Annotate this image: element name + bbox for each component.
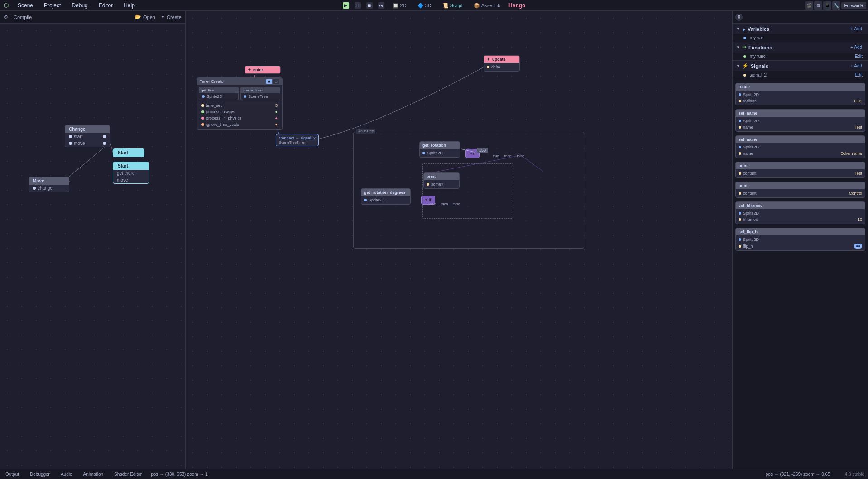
rotate-node-preview[interactable]: rotate Sprite2D radians 0.01	[735, 83, 865, 105]
create-timer-scene-tree: SceneTree	[241, 93, 280, 100]
get-line-sprite-dot	[202, 95, 205, 98]
signals-header[interactable]: ▼ ⚡ Signals + Add	[733, 61, 868, 71]
remote-debug-button[interactable]: 🖥	[814, 1, 822, 10]
change-state-node[interactable]: Change start move	[65, 125, 110, 147]
tab-animation[interactable]: Animation	[82, 471, 105, 478]
get-rotation-degrees-sprite: Sprite2D	[361, 197, 410, 203]
start-node-inner[interactable]: Start get there move	[113, 162, 149, 184]
functions-header[interactable]: ▼ ⇒ Functions + Add	[733, 42, 868, 53]
signals-section: ▼ ⚡ Signals + Add signal_2 Edit	[733, 61, 868, 79]
change-port-dot	[33, 187, 36, 190]
set-name-preview[interactable]: set_name Sprite2D name Test	[735, 109, 865, 132]
menu-help[interactable]: Help	[122, 1, 137, 10]
renderer-button[interactable]: 🔧	[832, 1, 840, 10]
toggle-on[interactable]: ◼	[266, 79, 272, 84]
compile-bar: ⚙ Compile 📂 Open ✦ Create	[0, 11, 185, 24]
signals-add-button[interactable]: + Add	[848, 63, 864, 69]
get-rotation-degrees-dot	[364, 199, 367, 201]
set-flip-h-preview[interactable]: set_flip_h Sprite2D flip_h ●●	[735, 228, 865, 251]
menu-editor[interactable]: Editor	[97, 1, 115, 10]
menu-scene[interactable]: Scene	[16, 1, 35, 10]
enter-node[interactable]: ✦ enter	[245, 66, 281, 74]
process-always-port: process_always ●	[199, 109, 280, 115]
create-timer-label: create_timer	[241, 87, 280, 93]
functions-chevron: ▼	[736, 45, 740, 49]
debug-skip-button[interactable]: ⏭	[378, 2, 384, 9]
if-branches-1: true then false	[493, 154, 524, 158]
tab-debugger[interactable]: Debugger	[28, 471, 52, 478]
timer-creator-node[interactable]: Timer Creator ◼ ◻ get_line Sprite2D	[197, 77, 283, 130]
functions-label: Functions	[748, 45, 772, 50]
mode-2d-button[interactable]: 🔲 2D	[390, 2, 409, 10]
connect-signal-node[interactable]: Connect → signal_2 SceneTreeTimer	[276, 134, 319, 146]
move-port-dot	[69, 142, 72, 145]
my-func-edit-button[interactable]: Edit	[855, 54, 863, 59]
mode-3d-button[interactable]: 🔷 3D	[415, 2, 434, 10]
assetlib-icon: 📦	[474, 3, 480, 9]
get-line-label: get_line	[199, 87, 238, 93]
open-icon: 📂	[135, 14, 141, 20]
signal-2-edit-button[interactable]: Edit	[855, 72, 863, 77]
center-canvas[interactable]: ✦ enter Timer Creator ◼ ◻ get_line Spr	[186, 11, 732, 469]
get-rotation-degrees-node[interactable]: get_rotation_degrees Sprite2D	[361, 188, 411, 205]
if-val-1: 150	[477, 148, 488, 153]
print-2-preview[interactable]: print content Test	[735, 162, 865, 178]
print-1-dot	[427, 183, 429, 186]
function-item-my-func[interactable]: my func Edit	[733, 53, 868, 60]
my-func-dot	[743, 55, 746, 58]
left-canvas[interactable]: Change start move Start Start	[0, 24, 185, 469]
compile-button[interactable]: Compile	[14, 14, 32, 20]
play-button[interactable]: ▶	[343, 2, 349, 9]
get-rotation-node[interactable]: get_rotation Sprite2D	[419, 141, 460, 158]
move-state-node[interactable]: Move change	[29, 177, 69, 192]
ignore-time-scale-dot	[201, 123, 204, 126]
toggle-off[interactable]: ◻	[273, 79, 279, 84]
start-node-outer[interactable]: Start	[113, 148, 144, 157]
variable-item-my-var[interactable]: my var	[733, 34, 868, 42]
variables-label: Variables	[748, 26, 769, 32]
enter-icon: ✦	[248, 67, 251, 72]
print-3-preview[interactable]: print content Control	[735, 182, 865, 198]
stop-button[interactable]: ⏹	[366, 2, 373, 9]
signal-2-dot	[743, 74, 746, 77]
timer-toggle[interactable]: ◼ ◻	[266, 79, 279, 84]
app-logo: ⬡	[4, 2, 9, 9]
update-icon: ✦	[487, 57, 490, 62]
menu-debug[interactable]: Debug	[70, 1, 89, 10]
variables-icon: ⬥	[742, 26, 745, 32]
set-hframes-preview[interactable]: set_hframes Sprite2D hframes 10	[735, 201, 865, 224]
move-port-right	[103, 142, 106, 145]
right-tab-0[interactable]: 0	[735, 14, 743, 21]
right-panel: 0 ▼ ⬥ Variables + Add my var	[732, 11, 868, 469]
enter-header: ✦ enter	[245, 66, 280, 73]
change-port-start: start	[65, 133, 110, 140]
script-icon: 📜	[442, 3, 449, 9]
pause-button[interactable]: ⏸	[355, 2, 361, 9]
forward-plus-label[interactable]: Forward+	[841, 2, 866, 9]
signal-item-signal-2[interactable]: signal_2 Edit	[733, 71, 868, 79]
timer-creator-label: Timer Creator	[200, 79, 225, 84]
process-in-physics-port: process_in_physics ●	[199, 115, 280, 121]
menu-project[interactable]: Project	[42, 1, 62, 10]
movie-button[interactable]: 🎬	[805, 1, 813, 10]
tab-shader-editor[interactable]: Shader Editor	[112, 471, 144, 478]
mode-script-button[interactable]: 📜 Script	[440, 2, 465, 10]
update-node[interactable]: ✦ update delta	[484, 55, 520, 72]
start-inner-title: Start	[113, 162, 149, 170]
mode-assetlib-button[interactable]: 📦 AssetLib	[471, 2, 503, 10]
open-button[interactable]: 📂 Open	[135, 14, 155, 20]
connect-signal-sub: SceneTreeTimer	[279, 140, 316, 144]
variables-add-button[interactable]: + Add	[848, 26, 864, 32]
print-2-header: print	[736, 162, 865, 169]
start-port-dot	[69, 135, 72, 138]
get-line-sprite: Sprite2D	[199, 93, 238, 100]
tab-audio[interactable]: Audio	[59, 471, 74, 478]
create-button[interactable]: ✦ Create	[161, 14, 182, 20]
set-name-1-preview[interactable]: set_name Sprite2D name Other name	[735, 135, 865, 158]
print-1-node[interactable]: print some?	[423, 172, 460, 189]
functions-add-button[interactable]: + Add	[848, 44, 864, 50]
tab-output[interactable]: Output	[4, 471, 21, 478]
start-outer-title: Start	[113, 149, 144, 157]
variables-header[interactable]: ▼ ⬥ Variables + Add	[733, 24, 868, 34]
deploy-button[interactable]: 📱	[823, 1, 831, 10]
